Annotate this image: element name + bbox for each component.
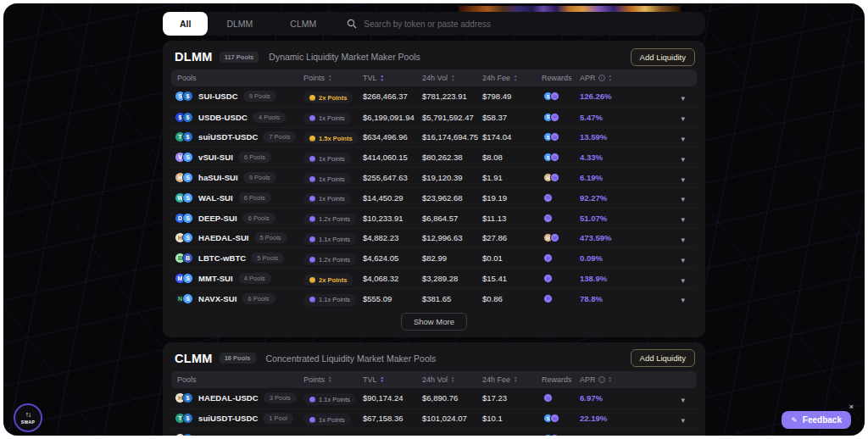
column-tvl[interactable]: TVL bbox=[363, 74, 422, 82]
column-24h-vol[interactable]: 24h Vol bbox=[422, 74, 482, 82]
pool-pair-icons: MS bbox=[175, 273, 193, 284]
reward_purple-token-icon: M bbox=[543, 294, 553, 303]
pool-apr-value: 138.9% bbox=[580, 274, 653, 283]
pool-table-row[interactable]: H$ HAEDAL-USDC 3 Pools 1.1x Points $90,1… bbox=[171, 388, 697, 408]
pool-count-badge: 1 Pool bbox=[263, 413, 292, 424]
pool-table-row[interactable]: NS NAVX-SUI 6 Pools 1.1x Points $555.09 … bbox=[171, 288, 697, 308]
pool-count-badge: 117 Pools bbox=[220, 52, 259, 63]
show-more-button[interactable]: Show More bbox=[401, 313, 467, 331]
pool-count-badge: 4 Pools bbox=[253, 112, 286, 123]
points-cell: 1.2x Points bbox=[303, 210, 363, 225]
points-cell: 1.1x Points bbox=[303, 291, 363, 306]
pool-24h-fee-value: $174.04 bbox=[482, 132, 542, 142]
feedback-close-icon[interactable]: × bbox=[849, 403, 854, 411]
pool-table-row[interactable]: HS haSUI-SUI 9 Pools 1x Points $255,647.… bbox=[171, 167, 697, 187]
pool-cell: HS haSUI-SUI 9 Pools bbox=[171, 172, 303, 183]
add-liquidity-button[interactable]: Add Liquidity bbox=[631, 48, 695, 66]
chevron-down-icon[interactable] bbox=[681, 391, 685, 405]
pool-rewards-icons: M bbox=[542, 214, 580, 223]
pool-tvl-value: $10,233.91 bbox=[363, 214, 422, 223]
pool-table-row[interactable]: VS vSUI-SUI 6 Pools 1x Points $414,060.1… bbox=[171, 147, 697, 167]
info-icon[interactable] bbox=[598, 376, 605, 383]
pool-table-row[interactable]: T$ suiUSDT-USDC 7 Pools 1.5x Points $634… bbox=[171, 127, 697, 147]
chevron-down-icon[interactable] bbox=[681, 150, 685, 164]
chevron-down-icon[interactable] bbox=[681, 291, 685, 305]
column-pools: Pools bbox=[171, 375, 303, 384]
expand-cell bbox=[653, 411, 697, 426]
chevron-down-icon[interactable] bbox=[681, 109, 685, 124]
column-24h-vol[interactable]: 24h Vol bbox=[422, 375, 482, 384]
points-label: 1x Points bbox=[319, 195, 345, 203]
points-badge: 1.1x Points bbox=[303, 393, 356, 405]
sort-icon bbox=[609, 75, 612, 82]
search-input[interactable] bbox=[364, 19, 618, 29]
tab-dlmm[interactable]: DLMM bbox=[208, 12, 271, 36]
pool-cell: H$ bbox=[171, 433, 303, 436]
reward_purple-token-icon: M bbox=[543, 393, 553, 403]
chevron-down-icon[interactable] bbox=[681, 170, 685, 185]
pool-apr-value: 5.47% bbox=[580, 113, 653, 122]
reward_purple-token-icon: M bbox=[543, 274, 553, 283]
tab-all[interactable]: All bbox=[163, 12, 208, 36]
column-points[interactable]: Points bbox=[303, 74, 363, 82]
pool-rewards-icons: SM bbox=[542, 414, 580, 423]
column-tvl[interactable]: TVL bbox=[363, 375, 422, 384]
pool-24h-vol-value: $6,864.57 bbox=[422, 214, 482, 223]
column-apr[interactable]: APR bbox=[580, 74, 653, 82]
pool-tvl-value: $6,199,091.94 bbox=[363, 113, 422, 122]
pool-pair-name: haSUI-SUI bbox=[198, 173, 238, 182]
points-coin-icon bbox=[309, 277, 315, 283]
column-24h-fee[interactable]: 24h Fee bbox=[482, 375, 542, 384]
wbtc-token-icon: B bbox=[182, 253, 193, 264]
pool-rewards-icons: M bbox=[542, 294, 580, 303]
points-cell: 1.1x Points bbox=[303, 391, 363, 406]
pool-24h-fee-value: $10.1 bbox=[482, 414, 542, 423]
pool-24h-vol-value: $381.65 bbox=[422, 294, 482, 303]
pool-count-badge: 16 Pools bbox=[220, 353, 256, 364]
chevron-down-icon[interactable] bbox=[681, 231, 685, 245]
points-cell: 1.2x Points bbox=[303, 251, 363, 266]
pool-table-row[interactable]: WS WAL-SUI 6 Pools 1x Points $14,450.29 … bbox=[171, 187, 697, 208]
chevron-down-icon[interactable] bbox=[681, 210, 685, 225]
pool-table-row[interactable]: HS HAEDAL-SUI 5 Pools 1.1x Points $4,882… bbox=[171, 228, 697, 248]
expand-cell bbox=[653, 190, 697, 205]
info-icon[interactable] bbox=[598, 75, 605, 81]
chevron-down-icon[interactable] bbox=[681, 411, 685, 425]
pool-table-row[interactable]: S$ SUI-USDC 9 Pools 2x Points $268,466.3… bbox=[171, 86, 697, 107]
chevron-down-icon[interactable] bbox=[681, 190, 685, 204]
chevron-down-icon[interactable] bbox=[681, 89, 685, 103]
pool-pair-icons: $$ bbox=[175, 112, 193, 123]
pool-table-row[interactable]: H$ SM bbox=[171, 428, 697, 436]
reward_purple-token-icon: M bbox=[550, 92, 559, 101]
expand-cell bbox=[653, 391, 697, 406]
pool-table-row[interactable]: DS DEEP-SUI 6 Pools 1.2x Points $10,233.… bbox=[171, 208, 697, 228]
chevron-down-icon[interactable] bbox=[681, 130, 685, 144]
pool-table-row[interactable]: BB LBTC-wBTC 5 Pools 1.2x Points $4,624.… bbox=[171, 247, 697, 268]
pool-cell: MS MMT-SUI 4 Pools bbox=[171, 273, 303, 284]
points-cell: 1x Points bbox=[303, 109, 363, 125]
pool-table-row[interactable]: MS MMT-SUI 4 Pools 2x Points $4,068.32 $… bbox=[171, 268, 697, 288]
feedback-button[interactable]: ✎ Feedback bbox=[782, 411, 851, 429]
column-apr[interactable]: APR bbox=[580, 375, 653, 384]
pool-24h-fee-value: $8.08 bbox=[482, 153, 542, 162]
sort-icon bbox=[451, 376, 454, 384]
chevron-down-icon[interactable] bbox=[681, 271, 685, 286]
column-points[interactable]: Points bbox=[303, 375, 363, 384]
pool-24h-vol-value: $5,791,592.47 bbox=[422, 113, 482, 122]
pool-table-row[interactable]: $$ USDB-USDC 4 Pools 1x Points $6,199,09… bbox=[171, 107, 697, 127]
pool-pair-icons: DS bbox=[175, 213, 193, 224]
add-liquidity-button[interactable]: Add Liquidity bbox=[631, 349, 695, 367]
chevron-down-icon[interactable] bbox=[681, 251, 685, 265]
pool-pair-name: SUI-USDC bbox=[198, 92, 238, 101]
sort-icon bbox=[328, 376, 331, 384]
chevron-down-icon[interactable] bbox=[681, 431, 685, 436]
column-24h-fee[interactable]: 24h Fee bbox=[482, 74, 542, 82]
tab-clmm[interactable]: CLMM bbox=[271, 12, 335, 36]
pool-apr-value: 126.26% bbox=[580, 92, 653, 101]
reward_purple-token-icon: M bbox=[550, 132, 559, 142]
usdc-token-icon: $ bbox=[182, 392, 193, 403]
pool-table-row[interactable]: T$ suiUSDT-USDC 1 Pool 1x Points $67,158… bbox=[171, 408, 697, 429]
search-bar bbox=[347, 19, 705, 29]
swap-fab-button[interactable]: ↑↓ SWAP bbox=[14, 403, 42, 432]
banner-strip bbox=[459, 6, 681, 12]
